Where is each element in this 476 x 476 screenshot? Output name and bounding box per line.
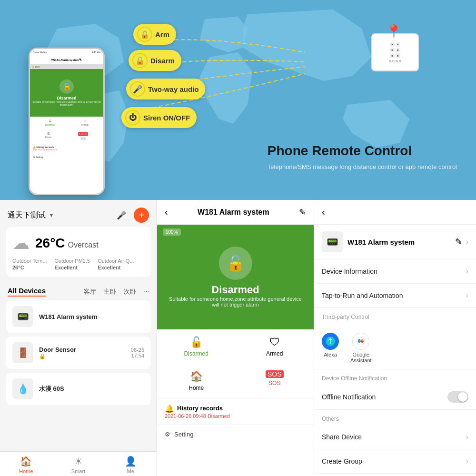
home-mode-icon: 🏠 xyxy=(190,370,203,383)
share-device-row[interactable]: Share Device › xyxy=(314,425,476,449)
nav-me[interactable]: 👤 Me xyxy=(104,456,157,474)
add-button[interactable]: + xyxy=(134,208,149,223)
alarm-header: ‹ W181 Alarm system ✎ xyxy=(157,200,314,225)
device-info: 水漫 60S xyxy=(39,385,144,393)
create-group-label: Create Group xyxy=(322,457,362,465)
settings-edit-icon[interactable]: ✎ xyxy=(455,237,462,247)
all-devices-title: All Devices xyxy=(8,287,46,297)
armed-label: Armed xyxy=(266,350,283,357)
alarm-title: W181 Alarm system xyxy=(198,208,269,217)
third-party-section-title: Third-party Control xyxy=(314,308,476,323)
svg-point-5 xyxy=(358,339,360,341)
disarmed-subtitle: Suitable for someone home,zone attribute… xyxy=(157,296,314,307)
phone-tabs-2: 🏠Home SOSSOS xyxy=(30,129,103,143)
list-item[interactable]: 📟 W181 Alarm system xyxy=(6,300,151,333)
device-information-row[interactable]: Device Information › xyxy=(314,259,476,284)
room-tabs[interactable]: 客厅 主卧 次卧 ··· xyxy=(84,288,149,296)
svg-point-6 xyxy=(361,339,363,341)
google-assistant-icon xyxy=(352,333,369,350)
list-item[interactable]: 💧 水漫 60S xyxy=(6,373,151,405)
alarm-edit-icon[interactable]: ✎ xyxy=(299,207,306,218)
alarm-back-icon[interactable]: ‹ xyxy=(165,207,168,218)
disarm-label: 🔓 Disarm xyxy=(129,50,181,71)
door-sensor-icon: 🚪 xyxy=(12,342,33,363)
setting-label: Setting xyxy=(174,431,193,438)
phone-setting: ⚙ Setting xyxy=(30,154,103,160)
history-date: 2021-06-26 09:48 Disarmed xyxy=(165,413,230,419)
create-group-row[interactable]: Create Group › xyxy=(314,449,476,474)
home-button[interactable]: 🏠 Home xyxy=(157,364,236,398)
chevron-right-icon: › xyxy=(466,457,468,466)
arm-label: 🔒 Arm xyxy=(133,24,176,45)
room-tab-second[interactable]: 次卧 xyxy=(124,288,136,296)
phone-history: 🔔 History records 2021-06-25 09:40 Disar… xyxy=(30,144,103,153)
lock-big-icon: 🔓 xyxy=(219,247,252,280)
temperature: 26°C xyxy=(35,236,65,251)
remote-control-text: Phone Remote Control Telephone/SMS messa… xyxy=(268,143,457,172)
offline-toggle[interactable] xyxy=(447,391,468,403)
tap-to-run-row[interactable]: Tap-to-Run and Automation › xyxy=(314,284,476,308)
nav-smart[interactable]: ☀ Smart xyxy=(52,456,105,474)
device-name: Door Sensor xyxy=(39,346,125,353)
device-name: 水漫 60S xyxy=(39,385,144,393)
device-thumbnail: 📟 xyxy=(322,231,343,252)
alarm-green-area: 100% 🔓 Disarmed Suitable for someone hom… xyxy=(157,225,314,329)
share-device-label: Share Device xyxy=(322,433,362,441)
device-name: W181 Alarm system xyxy=(39,313,144,320)
offline-notification-row: Offline Notification xyxy=(314,385,476,410)
nav-home[interactable]: 🏠 Home xyxy=(0,456,52,474)
alexa-item[interactable]: Alexa xyxy=(322,333,339,363)
settings-back-icon[interactable]: ‹ xyxy=(322,207,325,218)
chevron-right-icon: › xyxy=(466,433,468,441)
settings-header: ‹ xyxy=(314,200,476,225)
google-assistant-label: GoogleAssistant xyxy=(350,352,372,363)
toggle-knob xyxy=(458,392,467,402)
cloud-icon: ☁ xyxy=(12,233,30,253)
bell-icon: 🔔 xyxy=(165,404,174,413)
device-information-label: Device Information xyxy=(322,268,377,275)
phone-status-bar: China Mobile 9:43 AM xyxy=(30,49,103,56)
chevron-down-icon[interactable]: ▼ xyxy=(49,212,54,218)
room-tab-master[interactable]: 主卧 xyxy=(104,288,116,296)
nav-smart-label: Smart xyxy=(71,468,85,474)
alexa-label: Alexa xyxy=(324,352,337,357)
disarmed-icon: 🔓 xyxy=(190,336,203,348)
bottom-nav: 🏠 Home ☀ Smart 👤 Me xyxy=(0,451,157,476)
device-time: 06-2517:54 xyxy=(131,347,144,358)
sos-icon: SOS xyxy=(266,370,284,378)
disarmed-label: Disarmed xyxy=(184,350,208,357)
temp-detail: Outdoor Tem... 26°C xyxy=(12,258,47,270)
history-title: History records xyxy=(177,405,223,412)
alarm-setting[interactable]: ⚙ Setting xyxy=(157,425,314,444)
alexa-icon xyxy=(322,333,339,350)
sos-label: SOS xyxy=(268,380,280,387)
nav-me-label: Me xyxy=(127,468,134,474)
tap-to-run-label: Tap-to-Run and Automation xyxy=(322,292,403,299)
me-icon: 👤 xyxy=(125,456,137,467)
armed-icon: 🛡 xyxy=(269,336,280,348)
armed-button[interactable]: 🛡 Armed xyxy=(236,329,314,364)
google-assistant-item[interactable]: GoogleAssistant xyxy=(350,333,372,363)
settings-device-info: 📟 W181 Alarm system ✎ › xyxy=(314,225,476,259)
home-label: Home xyxy=(188,385,204,391)
offline-section-title: Device Offline Notification xyxy=(314,369,476,385)
disarmed-button[interactable]: 🔓 Disarmed xyxy=(157,329,236,364)
offline-notification-label: Offline Notification xyxy=(322,393,376,401)
sos-button[interactable]: SOS SOS xyxy=(236,364,314,398)
mic-icon[interactable]: 🎤 xyxy=(114,208,129,223)
alarm-history[interactable]: 🔔 History records 2021-06-26 09:48 Disar… xyxy=(157,398,314,425)
device-status: 🔒 xyxy=(39,353,125,359)
chevron-right-icon: › xyxy=(466,267,468,276)
third-party-section: Alexa GoogleAssistant xyxy=(314,323,476,369)
phone-mockup: China Mobile 9:43 AM ‹ W181 Alarm system… xyxy=(29,48,105,195)
more-rooms-dots[interactable]: ··· xyxy=(144,288,149,296)
panel-alarm: ‹ W181 Alarm system ✎ 100% 🔓 Disarmed Su… xyxy=(157,200,314,476)
audio-label: 🎤 Two-way audio xyxy=(126,79,205,99)
disarmed-status: Disarmed xyxy=(211,284,259,296)
top-banner: China Mobile 9:43 AM ‹ W181 Alarm system… xyxy=(0,0,476,200)
map-pin: 📍 xyxy=(386,24,402,40)
phone-header: ‹ W181 Alarm system ✎ xyxy=(30,56,103,64)
panel-settings: ‹ 📟 W181 Alarm system ✎ › Device Informa… xyxy=(314,200,476,476)
room-tab-living[interactable]: 客厅 xyxy=(84,288,96,296)
list-item[interactable]: 🚪 Door Sensor 🔒 06-2517:54 xyxy=(6,337,151,369)
